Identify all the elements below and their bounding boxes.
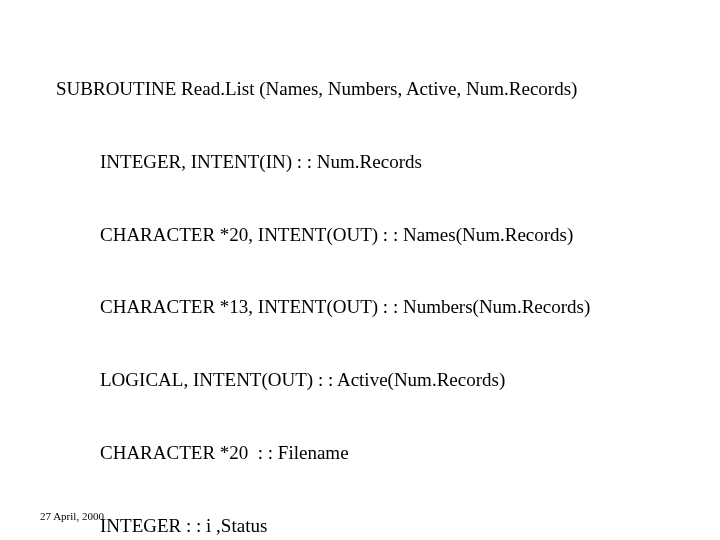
footer-date: April, 2000 [53,510,104,522]
line-label [40,295,56,319]
code-line: LOGICAL, INTENT(OUT) : : Active(Num.Reco… [40,368,700,392]
line-label [40,223,56,247]
code-text: LOGICAL, INTENT(OUT) : : Active(Num.Reco… [56,368,505,392]
line-label [40,150,56,174]
line-label [40,77,56,101]
code-block: SUBROUTINE Read.List (Names, Numbers, Ac… [40,28,700,540]
page: SUBROUTINE Read.List (Names, Numbers, Ac… [0,0,720,540]
code-text: CHARACTER *20, INTENT(OUT) : : Names(Num… [56,223,573,247]
line-label [40,441,56,465]
page-number: 27 [40,510,51,522]
line-label [40,368,56,392]
code-line: INTEGER, INTENT(IN) : : Num.Records [40,150,700,174]
code-text: INTEGER, INTENT(IN) : : Num.Records [56,150,422,174]
code-line: CHARACTER *20 : : Filename [40,441,700,465]
code-text: SUBROUTINE Read.List (Names, Numbers, Ac… [56,77,577,101]
code-text: CHARACTER *13, INTENT(OUT) : : Numbers(N… [56,295,590,319]
code-line: INTEGER : : i ,Status [40,514,700,538]
code-line: CHARACTER *20, INTENT(OUT) : : Names(Num… [40,223,700,247]
code-line: SUBROUTINE Read.List (Names, Numbers, Ac… [40,77,700,101]
code-line: CHARACTER *13, INTENT(OUT) : : Numbers(N… [40,295,700,319]
footer: 27 April, 2000 [40,510,104,522]
code-text: CHARACTER *20 : : Filename [56,441,349,465]
